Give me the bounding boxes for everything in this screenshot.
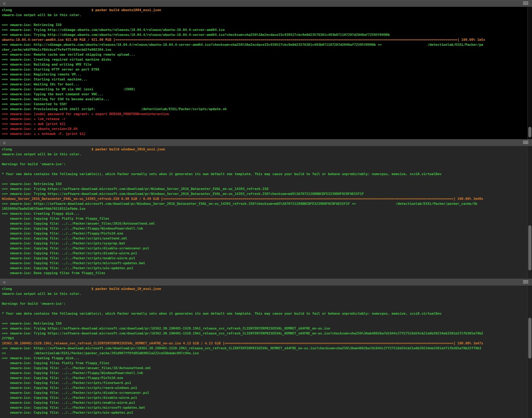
terminal-line: vmware-iso: Copying file: ../../Packer/s… (2, 256, 532, 261)
line-segment: vmware-iso: Copying file: ../../Packer/f… (2, 231, 123, 235)
line-segment: ==> vmware-iso: + + echoawk -F. {print $… (2, 132, 85, 136)
line-segment: $ packer build ubuntu1804_esxi.json (12, 8, 161, 12)
line-segment: vmware-iso: Copying file: ../../Packer/s… (2, 401, 135, 405)
terminal-pane-windows-2016: ✕ clong $ packer build windows_2016_esxi… (0, 139, 532, 279)
line-segment: vmware-iso: Copying file: ../../Packer/f… (2, 226, 143, 231)
close-icon[interactable]: ✕ (2, 140, 6, 146)
terminal-line: ==> vmware-iso: Provisioning with shell … (2, 107, 532, 112)
terminal-line: ==> vmware-iso: https://software-downloa… (2, 346, 532, 351)
line-segment: ==> vmware-iso: Retrieving ISO (2, 321, 62, 325)
scrollbar-track[interactable] (527, 7, 532, 139)
line-segment: ==> vmware-iso: Retrieving ISO (2, 23, 62, 27)
scrollbar-thumb[interactable] (528, 225, 531, 270)
line-segment: ==> vmware-iso: Trying https://software-… (2, 326, 330, 330)
pane-titlebar[interactable]: ✕ (0, 279, 532, 286)
terminal-line: vmware-iso: Copying file: ../../Packer/f… (2, 371, 532, 376)
line-segment: ==> vmware-iso: Connecting to VM via VNC… (2, 87, 135, 91)
line-segment: ==> vmware-iso: + lsb_release -r (2, 117, 66, 121)
terminal-line: ==> vmware-iso: Connected to SSH! (2, 102, 532, 107)
terminal-output[interactable]: clong $ packer build windows_2016_esxi.j… (0, 146, 532, 279)
terminal-line: vmware-iso: Copying file: ../../Packer/s… (2, 241, 532, 246)
terminal-line: vmware-iso: Copying file: ../../Packer/s… (2, 400, 532, 405)
terminal-output[interactable]: clong $ packer build windows_10_esxi.jso… (0, 286, 532, 418)
line-segment: clong (2, 147, 12, 151)
terminal-line (2, 167, 532, 172)
line-segment: ==> vmware-iso: Building and writing VMX… (2, 62, 91, 67)
terminal-line: vmware-iso: Copying file: ../../Packer/f… (2, 376, 532, 381)
line-segment: vmware-iso: Copying file: ../../Packer/s… (2, 261, 145, 265)
terminal-line: vmware-iso: Copying file: ../../Packer/f… (2, 231, 532, 236)
line-segment: 1055098d7ba8d2d635babf6bb76518512afbde.i… (2, 207, 85, 211)
terminal-line: vmware-iso: Copying file: ../../Packer/s… (2, 261, 532, 266)
menu-icon[interactable] (523, 141, 528, 144)
terminal-line: clong $ packer build windows_10_esxi.jso… (2, 287, 532, 291)
terminal-line: * Your vmx data contains the following v… (2, 311, 532, 316)
terminal-line: ==> vmware-iso: Retrieving ISO (2, 182, 532, 187)
line-segment: vmware-iso: Copying file: ../../Packer/s… (2, 251, 137, 255)
pane-titlebar[interactable]: ✕ (0, 139, 532, 146)
close-icon[interactable]: ✕ (2, 1, 6, 7)
terminal-line: => /detectionlab/ESXi/Packer/packer_cach… (2, 351, 532, 356)
line-segment: vmware-iso: Copying file: ../../Packer/s… (2, 411, 133, 415)
line-segment: ==> vmware-iso: Trying https://software-… (2, 187, 268, 191)
line-segment: ==> vmware-iso: + ubuntu_version=18.04 (2, 127, 77, 131)
line-segment: vmware-iso output will be in this color. (2, 292, 81, 296)
menu-icon[interactable] (523, 280, 528, 284)
line-segment: ==> vmware-iso: Creating required virtua… (2, 58, 111, 62)
scrollbar-thumb[interactable] (528, 127, 531, 137)
line-segment: ==> vmware-iso: + awk {print $2} (2, 122, 66, 126)
line-segment: vmware-iso: Copying file: ../../Packer/f… (2, 371, 143, 375)
terminal-line: ==> vmware-iso: Waiting for SSH to becom… (2, 97, 532, 102)
terminal-line: ==> vmware-iso: Trying https://software-… (2, 326, 532, 331)
line-segment: vmware-iso: Copying file: ../../Packer/s… (2, 406, 145, 410)
terminal-line: vmware-iso: Copying file: ../../Packer/a… (2, 366, 532, 371)
terminal-line: ==> vmware-iso: Creating required virtua… (2, 57, 532, 62)
line-segment: Warnings for build 'vmware-iso': (2, 162, 66, 166)
line-segment: vmware-iso: Copying file: ../../Packer/s… (2, 241, 125, 245)
scrollbar-track[interactable] (527, 286, 532, 418)
terminal-line: ==> vmware-iso: Starting HTTP server on … (2, 67, 532, 72)
terminal-line: ==> vmware-iso: Trying https://software-… (2, 187, 532, 192)
terminal-line: 1055098d7ba8d2d635babf6bb76518512afbde.i… (2, 206, 532, 211)
line-segment: ==> vmware-iso: Trying https://software-… (2, 331, 483, 335)
terminal-output[interactable]: clong $ packer build ubuntu1804_esxi.jso… (0, 7, 532, 139)
line-segment: ==> vmware-iso: Trying http://cdimage.ub… (2, 33, 390, 37)
pane-titlebar[interactable]: ✕ (0, 0, 532, 7)
terminal-line: Windows_Server_2016_Datacenter_EVAL_en-u… (2, 196, 532, 201)
terminal-line: ==> vmware-iso: https://software-downloa… (2, 201, 532, 206)
terminal-line: vmware-iso: Copying file: ../../Packer/a… (2, 221, 532, 226)
terminal-line: ==> vmware-iso: Starting virtual machine… (2, 77, 532, 82)
line-segment: => /detectionlab/ESXi/Packer/packer_cach… (2, 351, 199, 355)
terminal-line: vmware-iso: Copying file: ../../Packer/s… (2, 395, 532, 400)
line-segment: vmware-iso: Copying file: ../../Packer/s… (2, 396, 137, 400)
line-segment: vmware-iso output will be in this color. (2, 13, 81, 17)
terminal-line: vmware-iso: Copying file: ../../Packer/s… (2, 251, 532, 256)
terminal-line: vmware-iso: Copying file: ../../Packer/s… (2, 386, 532, 390)
terminal-line: ==> vmware-iso: Trying https://software-… (2, 331, 532, 336)
terminal-line: vmware-iso: Copying file: ../../Packer/s… (2, 405, 532, 410)
line-segment: vmware-iso: Copying files flatly from fl… (2, 361, 109, 365)
terminal-line: ==> vmware-iso: Connecting to VM via VNC… (2, 87, 532, 92)
terminal-line: ==> vmware-iso: + ubuntu_version=18.04 (2, 127, 532, 131)
line-segment: vmware-iso: Copying file: ../../Packer/s… (2, 381, 131, 385)
line-segment: ==> vmware-iso: Trying https://software-… (2, 192, 364, 196)
terminal-line: clong $ packer build ubuntu1804_esxi.jso… (2, 8, 532, 13)
line-segment: ==> vmware-iso: Provisioning with shell … (2, 107, 227, 111)
terminal-line: vmware-iso: Copying file: ../../Packer/s… (2, 390, 532, 395)
terminal-line: ==> vmware-iso: + + echoawk -F. {print $… (2, 131, 532, 136)
line-segment: ==> vmware-iso: Connected to SSH! (2, 102, 68, 106)
terminal-line: * Your vmx data contains the following v… (2, 172, 532, 177)
line-segment: vmware-iso output will be in this color. (2, 152, 81, 156)
scrollbar-thumb[interactable] (528, 318, 531, 359)
line-segment: Warnings for build 'vmware-iso': (2, 302, 66, 306)
scrollbar-track[interactable] (527, 146, 532, 279)
terminal-line: vmware-iso: Copying files flatly from fl… (2, 361, 532, 366)
terminal-line: ==> vmware-iso: Waiting 10s for boot... (2, 82, 532, 87)
close-icon[interactable]: ✕ (2, 279, 6, 286)
menu-icon[interactable] (523, 2, 528, 5)
terminal-window: ✕ clong $ packer build ubuntu1804_esxi.j… (0, 0, 532, 418)
line-segment: * Your vmx data contains the following v… (2, 312, 441, 316)
line-segment: vmware-iso: Copying file: ../../Packer/f… (2, 376, 123, 380)
line-segment: vmware-iso: Copying file: ../../Packer/s… (2, 236, 127, 240)
terminal-line: ==> vmware-iso: Typing the boot command … (2, 92, 532, 97)
